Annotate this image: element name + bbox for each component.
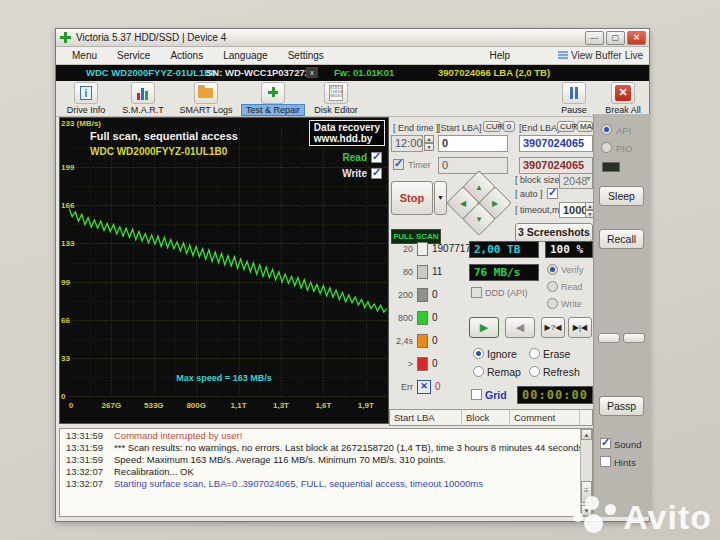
counter-row-Err: Err✕0 <box>391 379 441 394</box>
drive-model[interactable]: WDC WD2000FYYZ-01UL1B0 <box>86 67 216 78</box>
sound-checkbox[interactable] <box>600 438 611 449</box>
avito-text: Avito <box>623 498 712 537</box>
start-lba-input[interactable]: 0 <box>438 135 508 152</box>
passp-button[interactable]: Passp <box>599 396 644 416</box>
menu-item-menu[interactable]: Menu <box>62 50 107 61</box>
start-scan-button[interactable]: ▶ <box>469 317 499 338</box>
start-lba-zero-button[interactable]: 0 <box>503 121 515 132</box>
menu-bar: MenuServiceActionsLanguageSettings Help … <box>56 47 649 65</box>
folder-icon <box>198 88 213 98</box>
verify-radio[interactable] <box>547 264 558 275</box>
counter-block <box>417 311 428 325</box>
max-speed-note: Max speed = 163 MB/s <box>176 373 271 383</box>
read-checkbox[interactable] <box>371 152 382 163</box>
sleep-button[interactable]: Sleep <box>599 186 644 206</box>
log-timestamp: 13:32:07 <box>66 466 114 477</box>
y-axis-unit: 233 (MB/s) <box>61 119 101 128</box>
stop-dropdown-arrow[interactable]: ▼ <box>434 181 447 215</box>
refresh-label: Refresh <box>543 366 580 378</box>
write-label: Write <box>561 299 582 309</box>
end-lba-input[interactable]: 3907024065 <box>519 135 593 152</box>
menu-item-service[interactable]: Service <box>107 50 160 61</box>
smart-button[interactable]: S.M.A.R.T <box>118 82 168 115</box>
auto-checkbox[interactable] <box>547 188 558 199</box>
percent-display: 100 % <box>545 241 593 258</box>
table-header-block[interactable]: Block <box>462 410 510 425</box>
write-checkbox[interactable] <box>371 168 382 179</box>
counter-block <box>417 357 428 371</box>
close-button[interactable]: ✕ <box>627 31 646 45</box>
ignore-radio[interactable] <box>473 348 484 359</box>
timer-label: Timer <box>408 160 431 170</box>
menu-item-settings[interactable]: Settings <box>278 50 334 61</box>
tab-close-icon[interactable]: x <box>306 67 318 78</box>
remap-radio[interactable] <box>473 366 484 377</box>
verify-label: Verify <box>561 265 584 275</box>
remap-label: Remap <box>487 366 521 378</box>
hints-checkbox[interactable] <box>600 456 611 467</box>
log-message: Starting surface scan, LBA=0..3907024065… <box>114 478 483 489</box>
drive-info-button[interactable]: i Drive Info <box>64 82 108 115</box>
counter-value: 0 <box>432 358 438 369</box>
view-buffer-live[interactable]: View Buffer Live <box>558 50 643 61</box>
counter-row-2,4s: 2,4s0 <box>391 333 438 348</box>
hints-label: Hints <box>614 457 636 468</box>
table-header-comment[interactable]: Comment <box>510 410 580 425</box>
start-lba-label: [Start LBA] <box>438 123 482 133</box>
end-time-input[interactable]: 12:00 <box>391 135 423 152</box>
erase-radio[interactable] <box>529 348 540 359</box>
pio-label: PIO <box>616 143 632 154</box>
end-lba-cur-button[interactable]: CUR <box>557 121 575 132</box>
table-header-start-lba[interactable]: Start LBA <box>390 410 462 425</box>
break-all-button[interactable]: ✕ Break All <box>602 82 644 115</box>
write-radio[interactable] <box>547 298 558 309</box>
grid-checkbox[interactable] <box>471 389 482 400</box>
menu-item-language[interactable]: Language <box>213 50 278 61</box>
end-lba-max-button[interactable]: MAX <box>577 121 593 132</box>
log-message: Command interrupted by user! <box>114 430 242 441</box>
maximize-button[interactable]: ▢ <box>606 31 625 45</box>
disk-editor-button[interactable]: 010110110100001011 Disk Editor <box>310 82 362 115</box>
minimize-button[interactable]: — <box>585 31 604 45</box>
ddd-checkbox[interactable] <box>471 287 482 298</box>
bar-chart-icon <box>137 87 149 100</box>
recall-button[interactable]: Recall <box>599 229 644 249</box>
pause-button[interactable]: Pause <box>556 82 592 115</box>
play-icon: ▶ <box>480 321 488 333</box>
position-display: 2,00 TB <box>469 241 539 258</box>
start-lba-cur-button[interactable]: CUR <box>483 121 501 132</box>
log-panel: 13:31:59Command interrupted by user!13:3… <box>59 428 593 517</box>
read-legend: Read <box>343 152 382 163</box>
counter-row-80: 8011 <box>391 264 442 279</box>
stop-button[interactable]: Stop <box>391 181 433 215</box>
scroll-up-icon[interactable]: ▲ <box>581 429 592 440</box>
back-button[interactable]: ◀ <box>505 317 535 338</box>
counter-label: 20 <box>391 244 413 254</box>
ignore-label: Ignore <box>487 348 517 360</box>
screenshots-dropdown[interactable]: 3 Screenshots ▼ <box>515 223 593 242</box>
counter-row-800: 8000 <box>391 310 438 325</box>
timer-checkbox[interactable] <box>393 159 404 170</box>
test-repair-button[interactable]: Test & Repair <box>242 82 304 115</box>
pio-radio[interactable] <box>601 142 612 153</box>
aux-button-2[interactable] <box>623 333 645 343</box>
api-radio[interactable] <box>601 124 612 135</box>
counter-value: 0 <box>432 312 438 323</box>
menu-item-help[interactable]: Help <box>480 50 521 61</box>
skip-end-button[interactable]: ▶|◀ <box>568 317 592 338</box>
smart-logs-button[interactable]: SMART Logs <box>176 82 236 115</box>
avito-watermark: Avito <box>571 494 712 540</box>
drive-serial: SN: WD-WCC1P0372722 <box>206 67 315 78</box>
aux-button-1[interactable] <box>598 333 620 343</box>
scan-graph: 233 (MB/s) 1991661339966330 0267G533G800… <box>59 117 389 424</box>
graph-subtitle: WDC WD2000FYYZ-01UL1B0 <box>90 146 227 157</box>
block-size-label: [ block size ] <box>515 175 565 185</box>
refresh-radio[interactable] <box>529 366 540 377</box>
counter-label: 80 <box>391 267 413 277</box>
counter-block <box>417 242 428 256</box>
menu-item-actions[interactable]: Actions <box>160 50 213 61</box>
skip-forward-button[interactable]: ▶?◀ <box>541 317 565 338</box>
x-axis-labels: 0267G533G800G1,1T1,3T1,6T1,9T <box>69 401 387 413</box>
end-time-spinner[interactable]: ▲▼ <box>424 135 434 151</box>
read-radio[interactable] <box>547 281 558 292</box>
